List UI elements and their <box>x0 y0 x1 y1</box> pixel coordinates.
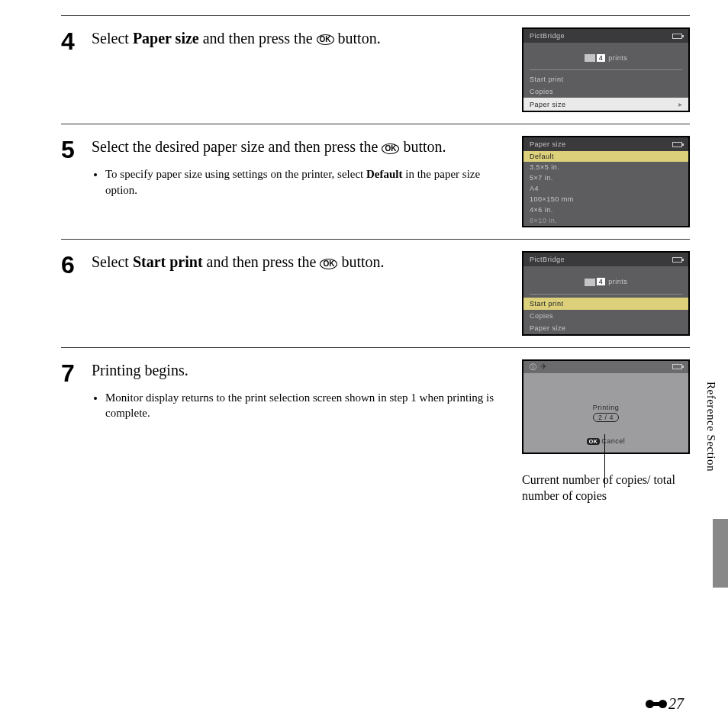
screen-header: PictBridge <box>523 29 688 43</box>
step-body: Select Paper size and then press the OK … <box>92 27 522 49</box>
page-number-text: 27 <box>668 695 684 713</box>
screen-header: PictBridge <box>523 253 688 266</box>
callout-label: Current number of copies/ total number o… <box>522 472 690 504</box>
camera-screen: PictBridge 4prints Start print Copies Pa… <box>522 27 690 112</box>
camera-screen: Paper size Default 3.5×5 in. 5×7 in. A4 … <box>522 136 690 227</box>
title-text: button. <box>334 30 381 47</box>
header-title: PictBridge <box>530 256 565 263</box>
step-6-section: 6 Select Start print and then press the … <box>61 239 690 346</box>
printing-label: Printing <box>523 404 688 411</box>
paper-option[interactable]: 3.5×5 in. <box>523 162 688 172</box>
step-title: Select the desired paper size and then p… <box>92 136 507 157</box>
paper-option[interactable]: 8×10 in. <box>523 215 688 226</box>
side-tab <box>713 519 728 588</box>
header-title: Paper size <box>530 140 566 148</box>
bullet-list: Monitor display returns to the print sel… <box>92 390 507 421</box>
camera-screen-printing: ⓘ✈ Printing 2 / 4 OKCancel <box>522 359 690 454</box>
step-title: Select Paper size and then press the OK … <box>92 27 507 49</box>
menu-item-paper-size[interactable]: Paper size <box>523 322 688 334</box>
screen-column: ⓘ✈ Printing 2 / 4 OKCancel Current numbe… <box>522 359 690 504</box>
menu-item-start-print[interactable]: Start print <box>523 73 688 85</box>
prints-indicator: 4prints <box>523 43 688 69</box>
title-text: Select the desired paper size and then p… <box>92 138 382 155</box>
ok-icon: OK <box>320 259 337 269</box>
title-text: and then press the <box>199 30 317 47</box>
step-body: Printing begins. Monitor display returns… <box>92 359 522 426</box>
transfer-icon: ✈ <box>540 362 548 371</box>
paper-option[interactable]: A4 <box>523 183 688 194</box>
step-body: Select the desired paper size and then p… <box>92 136 522 202</box>
prints-number: 4 <box>597 54 606 62</box>
thumbnail-icon <box>585 54 595 62</box>
bullet-item: To specify paper size using settings on … <box>105 166 507 198</box>
leader-line <box>604 434 605 488</box>
step-7-section: 7 Printing begins. Monitor display retur… <box>61 347 690 516</box>
battery-icon <box>672 257 682 263</box>
screen-column: PictBridge 4prints Start print Copies Pa… <box>522 251 690 335</box>
paper-option-default[interactable]: Default <box>523 151 688 162</box>
side-label: Reference Section <box>704 382 717 472</box>
bullet-item: Monitor display returns to the print sel… <box>105 390 507 421</box>
chevron-right-icon: ▸ <box>678 100 683 108</box>
prints-label: prints <box>608 278 627 285</box>
bullet-bold: Default <box>366 168 403 180</box>
prints-indicator: 4prints <box>523 266 688 293</box>
title-text: Select <box>92 253 133 270</box>
paper-option[interactable]: 4×6 in. <box>523 205 688 215</box>
bullet-list: To specify paper size using settings on … <box>92 166 507 198</box>
progress-counter: 2 / 4 <box>593 413 619 422</box>
screen-header: ⓘ✈ <box>523 361 688 373</box>
divider <box>530 69 682 70</box>
page-number: 27 <box>646 695 684 713</box>
prints-label: prints <box>608 54 627 62</box>
camera-screen: PictBridge 4prints Start print Copies Pa… <box>522 251 690 335</box>
menu-item-start-print[interactable]: Start print <box>523 298 688 310</box>
title-text: button. <box>399 138 446 155</box>
step-title: Select Start print and then press the OK… <box>92 251 507 272</box>
screen-header: Paper size <box>523 137 688 151</box>
thumbnail-icon <box>585 279 595 286</box>
title-text: and then press the <box>203 253 321 270</box>
ok-icon: OK <box>317 34 334 45</box>
title-text: Printing begins. <box>92 362 188 378</box>
divider <box>530 294 682 295</box>
paper-option[interactable]: 5×7 in. <box>523 172 688 183</box>
battery-icon <box>672 364 682 369</box>
step-number: 5 <box>61 137 92 162</box>
step-4-section: 4 Select Paper size and then press the O… <box>61 15 690 124</box>
title-text: Select <box>92 30 133 47</box>
screen-column: PictBridge 4prints Start print Copies Pa… <box>522 27 690 112</box>
step-title: Printing begins. <box>92 359 507 381</box>
paper-option[interactable]: 100×150 mm <box>523 194 688 205</box>
title-bold: Paper size <box>133 30 199 47</box>
battery-icon <box>672 34 682 39</box>
header-icons: ⓘ✈ <box>530 362 547 372</box>
title-bold: Start print <box>133 253 203 270</box>
ok-icon: OK <box>587 438 601 445</box>
step-5-section: 5 Select the desired paper size and then… <box>61 124 690 239</box>
step-number: 4 <box>61 29 92 53</box>
prints-number: 4 <box>597 278 606 285</box>
menu-item-label: Paper size <box>530 101 566 108</box>
menu-item-copies[interactable]: Copies <box>523 310 688 322</box>
step-body: Select Start print and then press the OK… <box>92 251 522 272</box>
step-number: 7 <box>61 361 92 385</box>
ok-icon: OK <box>382 143 399 154</box>
cancel-row: OKCancel <box>523 437 688 445</box>
bullet-text: To specify paper size using settings on … <box>105 168 366 180</box>
section-icon <box>646 699 667 710</box>
printing-status: Printing 2 / 4 <box>523 373 688 431</box>
bullet-text: Monitor display returns to the print sel… <box>105 391 494 419</box>
screen-column: Paper size Default 3.5×5 in. 5×7 in. A4 … <box>522 136 690 227</box>
battery-icon <box>672 142 682 147</box>
title-text: button. <box>337 253 384 270</box>
menu-item-copies[interactable]: Copies <box>523 85 688 98</box>
header-title: PictBridge <box>530 32 565 40</box>
step-number: 6 <box>61 253 92 277</box>
menu-item-paper-size[interactable]: Paper size ▸ <box>523 98 688 111</box>
